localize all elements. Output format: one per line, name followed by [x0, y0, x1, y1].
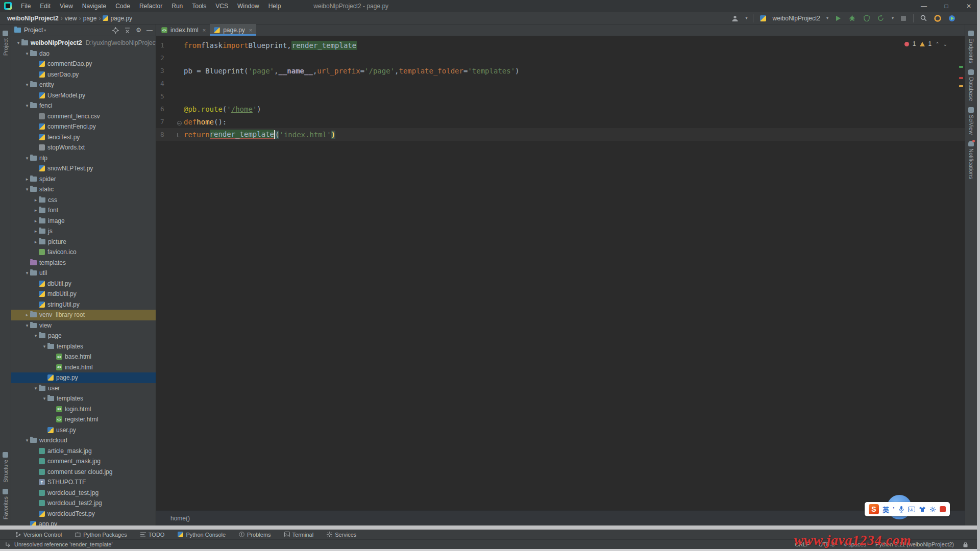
toolbox-icon[interactable] [929, 506, 936, 513]
menu-file[interactable]: File [17, 2, 35, 11]
menu-view[interactable]: View [56, 2, 77, 11]
tree-item-app-py[interactable]: app.py [11, 519, 156, 525]
chevron-down-icon[interactable]: ▾ [41, 396, 47, 401]
tree-item-fencitest-py[interactable]: fenciTest.py [11, 132, 156, 143]
lock-icon[interactable] [963, 542, 968, 547]
chevron-right-icon[interactable]: ▸ [33, 197, 39, 203]
code-area[interactable]: 1from flask import Blueprint, render_tem… [156, 36, 965, 141]
menu-tools[interactable]: Tools [188, 2, 210, 11]
chevron-right-icon[interactable]: ▸ [24, 312, 30, 317]
chevron-down-icon[interactable]: ▾ [24, 156, 30, 161]
ime-language-toggle[interactable]: 英 [883, 505, 889, 514]
tree-item-image[interactable]: ▸image [11, 216, 156, 227]
tree-item-usermodel-py[interactable]: UserModel.py [11, 90, 156, 101]
ime-punctuation-icon[interactable]: ’ [893, 506, 895, 513]
tree-item-spider[interactable]: ▸spider [11, 174, 156, 185]
tool-window-button-problems[interactable]: Problems [239, 532, 271, 538]
tree-item-js[interactable]: ▸js [11, 226, 156, 237]
events-icon[interactable] [947, 14, 957, 23]
keyboard-icon[interactable] [908, 507, 915, 512]
menu-vcs[interactable]: VCS [211, 2, 232, 11]
tree-item-static[interactable]: ▾static [11, 184, 156, 195]
chevron-down-icon[interactable]: ▾ [24, 438, 30, 443]
tree-item-templates[interactable]: templates [11, 258, 156, 268]
stop-button[interactable] [899, 14, 908, 23]
inspection-widget[interactable]: 1 1 ⌃ ⌄ [904, 40, 947, 47]
tool-window-button-python-console[interactable]: Python Console [178, 532, 226, 538]
right-scrollbar[interactable] [977, 0, 980, 551]
horizontal-scroll-strip[interactable] [0, 525, 980, 530]
chevron-down-icon[interactable]: ▾ [41, 344, 47, 349]
code-line-8[interactable]: 8 return render_template('index.html') [156, 128, 965, 141]
chevron-down-icon[interactable]: ▾ [892, 16, 894, 20]
tree-item-comment-fenci-csv[interactable]: comment_fenci.csv [11, 111, 156, 122]
tool-window-button-services[interactable]: Services [327, 532, 356, 538]
breadcrumb-item[interactable]: view [65, 15, 77, 22]
close-tab-icon[interactable]: × [249, 27, 252, 33]
tree-item-snownlptest-py[interactable]: snowNLPTest.py [11, 163, 156, 174]
menu-run[interactable]: Run [167, 2, 187, 11]
debug-button[interactable] [848, 14, 857, 23]
tool-window-button-todo[interactable]: TODO [140, 532, 165, 538]
fold-marker-icon[interactable] [175, 131, 184, 139]
tree-item-stopwords-txt[interactable]: stopWords.txt [11, 142, 156, 153]
tree-item-dbutil-py[interactable]: dbUtil.py [11, 279, 156, 289]
tree-item-view[interactable]: ▾view [11, 320, 156, 331]
updates-icon[interactable] [933, 14, 942, 23]
skin-shirt-icon[interactable] [919, 506, 926, 512]
microphone-icon[interactable] [898, 506, 904, 513]
collapse-all-icon[interactable] [124, 27, 131, 34]
tool-stripe-database[interactable]: Database [968, 69, 974, 101]
chevron-down-icon[interactable]: ▾ [15, 40, 21, 45]
tool-stripe-structure[interactable]: Structure [3, 452, 9, 483]
menu-code[interactable]: Code [111, 2, 134, 11]
editor-tab-index.html[interactable]: <>index.html× [157, 24, 210, 36]
breadcrumb-item[interactable]: weiboNlpProject2 [7, 15, 59, 22]
code-line-2[interactable]: 2 [156, 52, 965, 64]
chevron-right-icon[interactable]: ▸ [33, 239, 39, 244]
tree-item-page-py[interactable]: page.py [11, 372, 156, 383]
menu-edit[interactable]: Edit [36, 2, 55, 11]
chevron-down-icon[interactable]: ▾ [24, 51, 30, 56]
tool-stripe-endpoints[interactable]: Endpoints [968, 31, 974, 63]
code-line-6[interactable]: 6@pb.route('/home') [156, 103, 965, 115]
locate-file-icon[interactable] [112, 27, 119, 34]
chevron-down-icon[interactable]: ▾ [24, 82, 30, 87]
chevron-right-icon[interactable]: ▸ [33, 208, 39, 213]
project-panel-title[interactable]: Project [24, 27, 43, 34]
chevron-down-icon[interactable]: ▾ [24, 323, 30, 328]
tree-item-wordcloudtest-py[interactable]: wordcloudTest.py [11, 509, 156, 519]
tree-item-css[interactable]: ▸css [11, 195, 156, 206]
maximize-button[interactable]: □ [935, 0, 958, 12]
tree-item-wordcloud-test2-jpg[interactable]: wordcloud_test2.jpg [11, 498, 156, 509]
hide-panel-icon[interactable]: — [146, 27, 153, 33]
tree-item-weibonlpproject2[interactable]: ▾weiboNlpProject2D:\yuxing\weiboNlpProje… [11, 38, 156, 48]
tree-item-templates[interactable]: ▾templates [11, 341, 156, 352]
menu-window[interactable]: Window [233, 2, 263, 11]
tree-item-register-html[interactable]: <>register.html [11, 414, 156, 425]
breadcrumb-item[interactable]: page [83, 15, 97, 22]
tree-item-picture[interactable]: ▸picture [11, 237, 156, 247]
run-button[interactable] [834, 14, 843, 23]
tool-window-button-version-control[interactable]: Version Control [15, 532, 62, 538]
breadcrumb-function[interactable]: home() [170, 515, 190, 522]
chevron-down-icon[interactable]: ▾ [24, 270, 30, 276]
tree-item-index-html[interactable]: <>index.html [11, 362, 156, 373]
user-icon[interactable] [730, 14, 740, 23]
tool-stripe-project[interactable]: Project [3, 31, 9, 56]
tree-item-font[interactable]: ▸font [11, 205, 156, 216]
chevron-down-icon[interactable]: ▾ [24, 103, 30, 108]
sogou-logo-icon[interactable]: S [869, 504, 879, 514]
rerun-button[interactable] [876, 14, 886, 23]
menu-refactor[interactable]: Refactor [135, 2, 166, 11]
ime-badge-icon[interactable] [940, 506, 946, 512]
editor-breadcrumb[interactable]: home() [156, 510, 965, 525]
tree-item-nlp[interactable]: ▾nlp [11, 153, 156, 164]
gear-icon[interactable]: ⚙ [136, 27, 141, 33]
tree-item-venv[interactable]: ▸venvlibrary root [11, 310, 156, 320]
minimize-button[interactable]: — [913, 0, 935, 12]
tree-item-comment-mask-jpg[interactable]: comment_mask.jpg [11, 456, 156, 467]
code-line-5[interactable]: 5 [156, 90, 965, 103]
tool-window-button-python-packages[interactable]: Python Packages [75, 532, 127, 538]
run-config-selector[interactable]: weiboNlpProject2 [773, 15, 820, 22]
